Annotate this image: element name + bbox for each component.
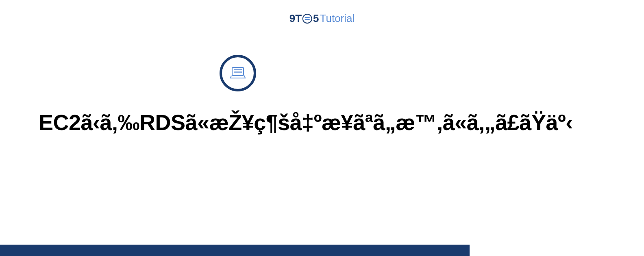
logo-circle-icon — [302, 14, 312, 24]
laptop-svg — [228, 63, 248, 83]
logo-text-9t: 9T — [289, 12, 302, 25]
decorative-bottom-bar — [0, 245, 470, 256]
page-title: EC2ã‹ã‚‰RDSã«æŽ¥ç¶šå‡ºæ¥ãªã„æ™‚ã«ã‚„ã£ãŸ… — [39, 110, 573, 135]
svg-rect-0 — [232, 67, 244, 76]
laptop-icon — [220, 55, 256, 91]
logo-text-5: 5 — [313, 12, 319, 25]
site-logo: 9T 5 Tutorial — [289, 12, 355, 25]
logo-text-tutorial: Tutorial — [320, 12, 355, 25]
